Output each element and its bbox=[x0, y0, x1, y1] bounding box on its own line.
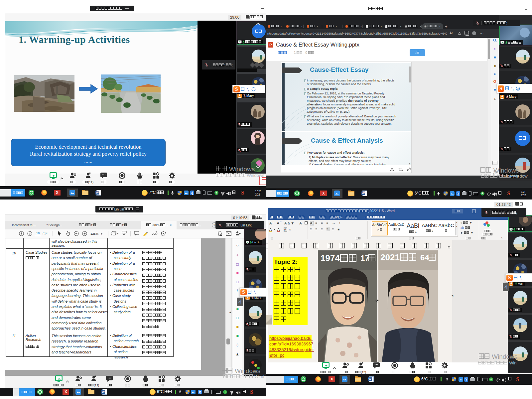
svg-text:1974: 1974 bbox=[321, 253, 340, 263]
svg-text:2021: 2021 bbox=[380, 252, 400, 262]
svg-text:17: 17 bbox=[360, 254, 369, 263]
svg-text:64: 64 bbox=[420, 253, 429, 262]
